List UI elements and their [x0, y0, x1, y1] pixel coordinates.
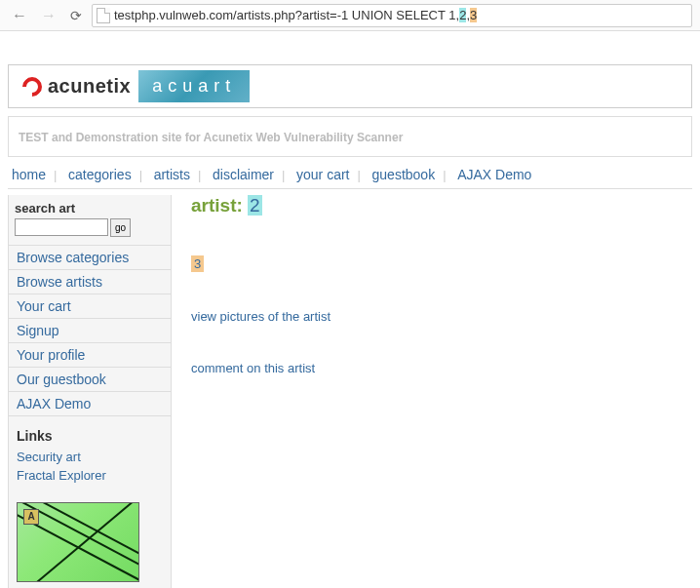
sidebar-guestbook[interactable]: Our guestbook	[9, 368, 171, 392]
sidebar-links: Browse categories Browse artists Your ca…	[9, 246, 171, 416]
address-bar[interactable]: testphp.vulnweb.com/artists.php?artist=-…	[92, 4, 692, 27]
link-security-art[interactable]: Security art	[17, 448, 163, 466]
search-input[interactable]	[15, 218, 108, 236]
nav-ajax[interactable]: AJAX Demo	[449, 167, 539, 182]
nav-disclaimer[interactable]: disclaimer	[205, 167, 282, 182]
injected-value: 3	[191, 255, 204, 272]
logo-acuart: acuart	[138, 70, 250, 102]
sidebar-ajax[interactable]: AJAX Demo	[9, 392, 171, 416]
search-section: search art go	[9, 195, 171, 246]
site-description: TEST and Demonstration site for Acunetix…	[8, 116, 692, 157]
sidebar-browse-artists[interactable]: Browse artists	[9, 270, 171, 294]
search-go-button[interactable]: go	[110, 218, 131, 237]
nav-artists[interactable]: artists	[146, 167, 198, 182]
logo-ring-icon	[19, 72, 46, 99]
brand-text: acunetix	[48, 75, 131, 98]
fractal-thumbnail[interactable]: A	[17, 502, 139, 582]
sidebar-browse-categories[interactable]: Browse categories	[9, 246, 171, 270]
thumbnail-wrap: A	[9, 494, 171, 588]
nav-cart[interactable]: your cart	[289, 167, 357, 182]
main-content: artist: 2 3 view pictures of the artist …	[172, 195, 692, 588]
search-title: search art	[15, 201, 165, 216]
sidebar-your-profile[interactable]: Your profile	[9, 343, 171, 368]
nav-categories[interactable]: categories	[60, 167, 139, 182]
sidebar-links-section: Links Security art Fractal Explorer	[9, 416, 171, 494]
view-pictures-link[interactable]: view pictures of the artist	[191, 309, 692, 324]
sidebar-your-cart[interactable]: Your cart	[9, 294, 171, 319]
forward-button[interactable]: →	[37, 7, 60, 24]
link-fractal-explorer[interactable]: Fractal Explorer	[17, 466, 163, 485]
logo-acunetix: acunetix	[15, 72, 138, 100]
thumb-badge: A	[23, 509, 39, 525]
page-icon	[97, 8, 110, 23]
logo-bar: acunetix acuart	[8, 64, 692, 108]
back-button[interactable]: ←	[8, 7, 31, 24]
links-title: Links	[17, 422, 163, 444]
comment-link[interactable]: comment on this artist	[191, 361, 692, 375]
main-nav: home| categories| artists| disclaimer| y…	[8, 163, 692, 189]
url-text: testphp.vulnweb.com/artists.php?artist=-…	[114, 8, 477, 22]
artist-value: 2	[248, 195, 262, 216]
artist-heading: artist: 2	[191, 195, 692, 216]
sidebar-signup[interactable]: Signup	[9, 319, 171, 343]
reload-button[interactable]: ⟳	[66, 8, 86, 23]
sidebar: search art go Browse categories Browse a…	[8, 195, 172, 588]
nav-home[interactable]: home	[10, 167, 54, 182]
nav-guestbook[interactable]: guestbook	[365, 167, 444, 182]
browser-toolbar: ← → ⟳ testphp.vulnweb.com/artists.php?ar…	[0, 0, 700, 31]
